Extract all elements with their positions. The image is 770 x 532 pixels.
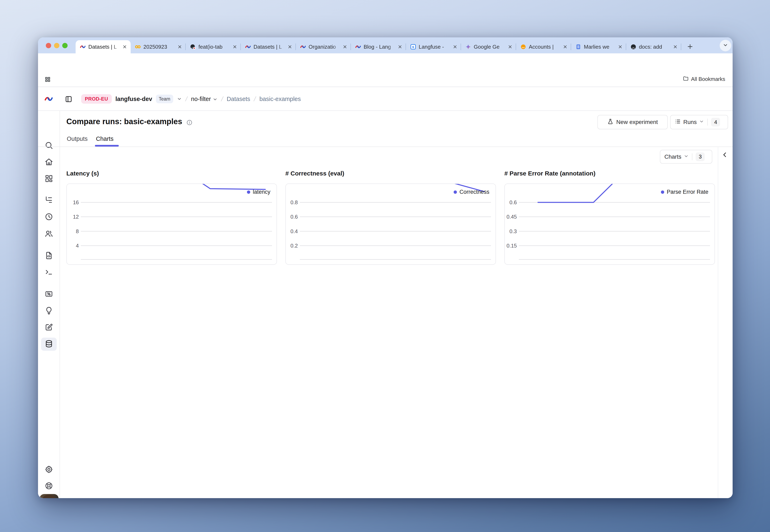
sidebar-item-home[interactable] [41, 156, 57, 169]
new-experiment-button[interactable]: New experiment [598, 115, 668, 129]
sidebar-item-support-lifebuoy[interactable] [41, 480, 57, 493]
langfuse-logo-icon[interactable] [44, 94, 53, 103]
user-avatar[interactable] [40, 494, 59, 498]
legend-dot-icon [247, 190, 250, 194]
y-axis-tick-label: 0.6 [291, 214, 298, 220]
sidebar-item-playground-terminal[interactable] [41, 266, 57, 279]
charts-label: Charts [664, 154, 681, 160]
browser-tab[interactable]: Datasets | L [76, 40, 131, 53]
tab-title: feat(io-tab [199, 44, 230, 50]
sidebar-item-settings-gear[interactable] [41, 463, 57, 476]
environment-badge[interactable]: PROD-EU [81, 94, 112, 104]
chevron-down-icon [723, 42, 728, 49]
y-axis-tick-label: 12 [73, 214, 79, 220]
close-icon[interactable] [177, 44, 182, 49]
breadcrumb-item[interactable]: basic-examples [260, 96, 301, 102]
browser-tab[interactable]: 20250923 [131, 40, 186, 53]
langfuse-icon [355, 44, 361, 50]
browser-toolbar: cloud.langfuse.com/project/cmfwgv8fx002o… [38, 53, 733, 72]
chart-card[interactable]: 0.60.450.30.15Parse Error Rate [504, 183, 715, 265]
desktop-wallpaper: Datasets | L20250923feat(io-tabDatasets … [0, 0, 770, 532]
browser-tab[interactable]: docs: add [626, 40, 681, 53]
browser-window: Datasets | L20250923feat(io-tabDatasets … [38, 37, 733, 498]
chart-legend: Parse Error Rate [661, 189, 708, 195]
button-divider [692, 153, 692, 160]
breadcrumb-separator: / [221, 95, 224, 103]
tab-title: Organizatio [309, 44, 340, 50]
sidebar-item-datasets[interactable] [41, 338, 57, 351]
breadcrumb-org[interactable]: langfuse-dev [115, 96, 152, 102]
y-axis-tick-label: 0.2 [291, 243, 298, 249]
apps-grid-icon[interactable] [45, 76, 51, 83]
new-experiment-label: New experiment [616, 119, 658, 125]
playground-terminal-icon [45, 268, 53, 277]
y-axis-tick-label: 0.15 [507, 243, 517, 249]
datasets-icon [45, 339, 53, 349]
window-close-button[interactable] [46, 43, 51, 48]
chevron-left-icon[interactable] [722, 151, 728, 158]
breadcrumb: PROD-EU langfuse-dev Team / no-filter / [81, 87, 301, 111]
browser-tab[interactable]: feat(io-tab [186, 40, 241, 53]
chevron-down-icon [684, 154, 689, 160]
tab-charts[interactable]: Charts [96, 135, 113, 142]
charts-dropdown-button[interactable]: Charts 3 [660, 150, 712, 164]
sidebar-toggle-icon[interactable] [65, 95, 72, 103]
close-icon[interactable] [673, 44, 678, 49]
chart-title: # Parse Error Rate (annotation) [504, 170, 596, 177]
sidebar-item-sessions-clock[interactable] [41, 211, 57, 224]
breadcrumb-separator: / [185, 95, 188, 103]
sidebar-item-search[interactable] [41, 139, 57, 152]
tab-search-button[interactable] [720, 40, 731, 51]
sidebar-item-insights-bulb[interactable] [41, 304, 57, 318]
browser-tab[interactable]: Accounts | [516, 40, 571, 53]
sidebar-item-users[interactable] [41, 228, 57, 241]
info-icon[interactable] [186, 119, 192, 125]
close-icon[interactable] [618, 44, 623, 49]
support-lifebuoy-icon [45, 482, 53, 491]
sidebar-item-annotation[interactable] [41, 321, 57, 334]
close-icon[interactable] [507, 44, 513, 49]
gcal-icon: 6 [410, 44, 416, 50]
chevron-down-icon [699, 119, 704, 125]
close-icon[interactable] [232, 44, 238, 49]
sidebar-item-prompts[interactable] [41, 249, 57, 263]
new-tab-button[interactable] [685, 42, 695, 52]
close-icon[interactable] [452, 44, 458, 49]
close-icon[interactable] [287, 44, 293, 49]
window-minimize-button[interactable] [54, 43, 59, 48]
folder-icon [683, 76, 689, 83]
runs-dropdown-button[interactable]: Runs 4 [670, 115, 728, 129]
close-icon[interactable] [562, 44, 568, 49]
org-type-badge[interactable]: Team [156, 95, 173, 103]
browser-tab[interactable]: Marlies we [571, 40, 626, 53]
breadcrumb-section[interactable]: Datasets [227, 96, 250, 102]
breadcrumb-project[interactable]: no-filter [191, 96, 218, 102]
sidebar-item-evaluation[interactable] [41, 288, 57, 301]
chevron-down-icon[interactable] [177, 96, 182, 101]
svg-text:6: 6 [412, 45, 414, 49]
all-bookmarks-button[interactable]: All Bookmarks [683, 76, 725, 83]
flask-icon [607, 118, 614, 126]
sidebar-item-dashboard[interactable] [41, 172, 57, 186]
browser-tab[interactable]: 6Langfuse - [406, 40, 461, 53]
chart-title: # Correctness (eval) [285, 170, 344, 177]
chart-card[interactable]: 161284latency [66, 183, 277, 265]
tab-title: Google Ge [474, 44, 505, 50]
home-icon [45, 158, 53, 167]
close-icon[interactable] [397, 44, 403, 49]
browser-tab[interactable]: Datasets | L [241, 40, 296, 53]
all-bookmarks-label: All Bookmarks [691, 76, 725, 82]
close-icon[interactable] [122, 44, 127, 49]
tab-outputs[interactable]: Outputs [67, 135, 88, 142]
browser-tab[interactable]: Blog - Lang [351, 40, 406, 53]
sidebar-item-tracing[interactable] [41, 194, 57, 207]
y-axis-tick-label: 0.4 [291, 228, 298, 234]
tabs-divider [38, 147, 733, 147]
browser-tab[interactable]: Google Ge [461, 40, 516, 53]
button-divider [707, 119, 708, 126]
window-zoom-button[interactable] [62, 43, 68, 48]
close-icon[interactable] [342, 44, 348, 49]
browser-tab[interactable]: Organizatio [296, 40, 351, 53]
chart-card[interactable]: 0.80.60.40.2Correctness [285, 183, 496, 265]
y-axis-tick-label: 0.6 [509, 199, 517, 205]
